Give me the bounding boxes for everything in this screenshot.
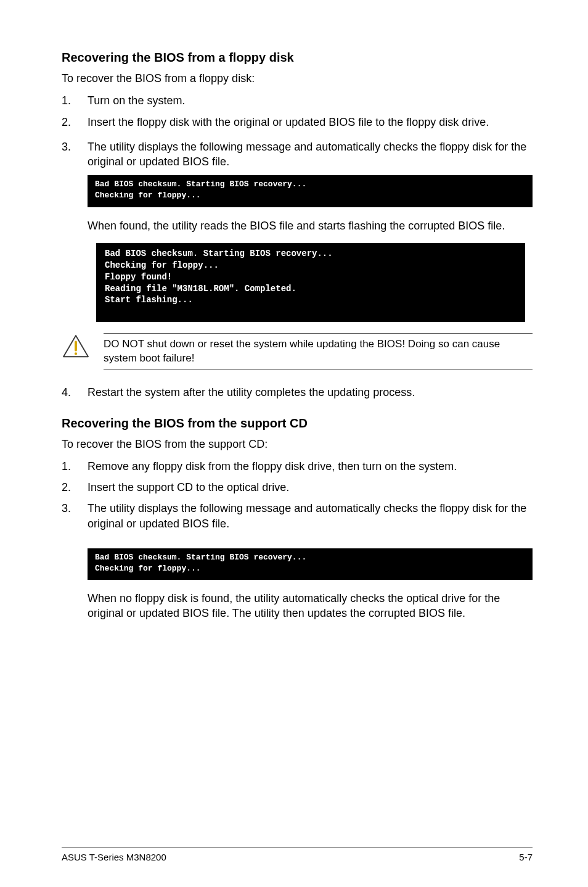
step-number: 2. (62, 115, 88, 130)
list-item: 2. Insert the support CD to the optical … (62, 480, 533, 495)
section2-heading: Recovering the BIOS from the support CD (62, 415, 533, 432)
terminal-output: Bad BIOS checksum. Starting BIOS recover… (88, 175, 533, 207)
step-number: 4. (62, 385, 88, 400)
body-text: When no floppy disk is found, the utilit… (88, 591, 533, 621)
step-number: 3. (62, 139, 88, 170)
section1-intro: To recover the BIOS from a floppy disk: (62, 71, 533, 86)
step-text: Remove any floppy disk from the floppy d… (88, 459, 533, 474)
list-item: 1. Turn on the system. (62, 93, 533, 108)
footer-right: 5-7 (519, 851, 533, 864)
body-text: When found, the utility reads the BIOS f… (88, 218, 533, 233)
warning-callout: DO NOT shut down or reset the system whi… (62, 333, 533, 370)
terminal-output: Bad BIOS checksum. Starting BIOS recover… (88, 548, 533, 580)
list-item: 4. Restart the system after the utility … (62, 385, 533, 400)
warning-text: DO NOT shut down or reset the system whi… (104, 333, 533, 370)
svg-point-1 (75, 353, 77, 355)
step-text: The utility displays the following messa… (88, 501, 533, 531)
step-text: Insert the floppy disk with the original… (88, 115, 533, 130)
step-number: 3. (62, 501, 88, 531)
footer-left: ASUS T-Series M3N8200 (62, 851, 166, 864)
step-text: Restart the system after the utility com… (88, 385, 533, 400)
list-item: 3. The utility displays the following me… (62, 501, 533, 531)
section1-list-cont2: 4. Restart the system after the utility … (62, 385, 533, 400)
list-item: 2. Insert the floppy disk with the origi… (62, 115, 533, 130)
terminal-output: Bad BIOS checksum. Starting BIOS recover… (96, 243, 525, 322)
step-number: 1. (62, 93, 88, 108)
list-item: 1. Remove any floppy disk from the flopp… (62, 459, 533, 474)
step-number: 1. (62, 459, 88, 474)
list-item: 3. The utility displays the following me… (62, 139, 533, 170)
step-text: Turn on the system. (88, 93, 533, 108)
section1-list-cont: 3. The utility displays the following me… (62, 139, 533, 170)
step-text: Insert the support CD to the optical dri… (88, 480, 533, 495)
step-number: 2. (62, 480, 88, 495)
step-text: The utility displays the following messa… (88, 139, 533, 170)
section1-list: 1. Turn on the system. 2. Insert the flo… (62, 93, 533, 130)
section2-intro: To recover the BIOS from the support CD: (62, 437, 533, 452)
section1-heading: Recovering the BIOS from a floppy disk (62, 49, 533, 66)
section2-list: 1. Remove any floppy disk from the flopp… (62, 459, 533, 531)
warning-icon (62, 333, 94, 363)
page-footer: ASUS T-Series M3N8200 5-7 (62, 847, 533, 864)
